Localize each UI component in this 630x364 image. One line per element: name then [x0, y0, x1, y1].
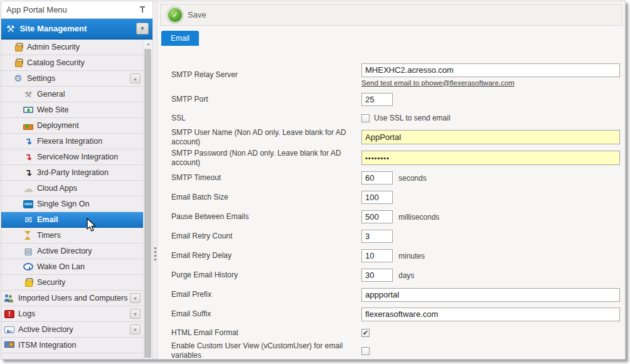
sidebar-item-imported-users-and-computers[interactable]: Imported Users and Computers▼ — [1, 291, 143, 306]
smtp-timeout-input[interactable] — [361, 171, 393, 185]
smtp-port-control — [361, 93, 622, 106]
smtp-port-input[interactable] — [361, 93, 393, 106]
sidebar-item-catalog-security[interactable]: Catalog Security — [1, 55, 143, 71]
expand-button[interactable]: ▼ — [130, 309, 141, 319]
html-email-format-checkbox[interactable] — [361, 329, 370, 337]
arrow-red-icon — [23, 152, 33, 162]
email-retry-delay-input[interactable] — [361, 249, 393, 262]
save-button[interactable]: ✓ Save — [168, 8, 206, 22]
sidebar-item-security[interactable]: Security — [1, 275, 143, 291]
sidebar-item-web-site[interactable]: Web Site — [1, 102, 143, 118]
sidebar-item-wake-on-lan[interactable]: Wake On Lan — [1, 259, 143, 275]
pin-icon[interactable] — [137, 5, 147, 15]
email-suffix-input[interactable] — [361, 308, 620, 321]
sidebar-item-label: Logs — [18, 309, 35, 318]
sidebar-splitter[interactable] — [153, 1, 158, 359]
smtp-timeout-label: SMTP Timeout — [171, 173, 361, 183]
smtp-timeout-unit-label: seconds — [398, 174, 427, 183]
hourglass-icon — [23, 230, 33, 240]
email-retry-count-input[interactable] — [361, 230, 393, 243]
sidebar-item-3rd-party-integration[interactable]: 3rd-Party Integration — [1, 165, 143, 181]
tab-email[interactable]: Email — [161, 31, 199, 46]
scroll-up-arrow-icon[interactable]: ▲ — [144, 41, 152, 46]
enable-custom-user-view-control — [361, 347, 622, 355]
email-prefix-label: Email Prefix — [171, 290, 361, 299]
purge-email-history-input[interactable] — [361, 269, 393, 282]
sidebar-item-active-directory[interactable]: Active Directory — [1, 244, 143, 259]
form-rows: SMTP Relay ServerSend test email to phow… — [171, 60, 622, 359]
sidebar-item-label: Active Directory — [37, 247, 92, 255]
sidebar-item-timers[interactable]: Timers — [1, 228, 143, 244]
ssl-checkbox-label: Use SSL to send email — [374, 114, 451, 122]
sidebar-item-general[interactable]: General — [1, 87, 143, 102]
send-test-email-link[interactable]: Send test email to phowe@flexerasoftware… — [361, 79, 515, 87]
email-batch-size-control — [361, 191, 622, 204]
sidebar-item-label: Timers — [37, 231, 61, 240]
form-row-email-batch-size: Email Batch Size — [171, 188, 622, 207]
sidebar-item-active-directory[interactable]: Active Directory▼ — [1, 322, 143, 338]
sidebar-item-admin-security[interactable]: Admin Security — [1, 40, 143, 55]
sidebar-scrollbar-thumb[interactable] — [144, 49, 151, 358]
smtp-relay-server-label: SMTP Relay Server — [171, 70, 361, 80]
sidebar-item-label: Active Directory — [18, 325, 73, 334]
smtp-user-name-input[interactable] — [361, 130, 620, 144]
email-prefix-input[interactable] — [361, 288, 620, 302]
sidebar-item-settings[interactable]: Settings▲ — [1, 71, 143, 87]
expand-button[interactable]: ▼ — [130, 293, 141, 303]
pause-between-emails-label: Pause Between Emails — [171, 212, 361, 222]
email-retry-count-control — [361, 230, 622, 243]
sidebar-item-partial[interactable] — [1, 353, 143, 359]
enable-custom-user-view-checkbox[interactable] — [361, 347, 370, 355]
sidebar-item-label: Flexera Integration — [37, 137, 102, 146]
sidebar-item-label: Security — [37, 278, 65, 287]
sidebar-item-servicenow-integration[interactable]: ServiceNow Integration — [1, 149, 143, 165]
pause-between-emails-unit-label: milliseconds — [398, 213, 439, 222]
package-icon — [23, 124, 33, 130]
sidebar-item-label: Settings — [27, 74, 55, 83]
expand-button[interactable]: ▼ — [130, 324, 141, 335]
sidebar-item-label: General — [37, 90, 65, 99]
sidebar-scrollbar[interactable]: ▲ — [143, 40, 152, 359]
sidebar-item-label: ServiceNow Integration — [37, 153, 118, 161]
email-settings-form: SMTP Relay ServerSend test email to phow… — [160, 46, 622, 359]
sidebar-item-logs[interactable]: Logs▼ — [1, 306, 143, 322]
form-row-smtp-port: SMTP Port — [171, 90, 622, 109]
sidebar-item-itsm-integration[interactable]: ITSM Integration — [1, 338, 143, 353]
sidebar-item-label: Deployment — [37, 121, 79, 130]
smtp-relay-server-input[interactable] — [361, 63, 620, 77]
directory-icon — [23, 246, 33, 256]
form-row-smtp-user-name: SMTP User Name (Non AD only. Leave blank… — [171, 127, 622, 147]
sidebar-item-deployment[interactable]: Deployment — [1, 118, 143, 134]
sidebar-group-site-management[interactable]: ⚒ Site Management ▼ — [1, 19, 152, 40]
collapse-button[interactable]: ▲ — [130, 73, 141, 83]
sidebar-item-label: Email — [37, 215, 58, 224]
enable-custom-user-view-label: Enable Custom User View (vCustomUser) fo… — [171, 341, 361, 359]
form-row-html-email-format: HTML Email Format — [171, 324, 622, 341]
ssl-checkbox[interactable] — [361, 114, 370, 122]
card-icon — [4, 326, 14, 333]
html-email-format-control — [361, 329, 622, 337]
sidebar-item-single-sign-on[interactable]: Single Sign On — [1, 196, 143, 212]
save-check-icon: ✓ — [168, 8, 182, 22]
ssl-label: SSL — [171, 114, 361, 123]
sidebar-item-cloud-apps[interactable]: Cloud Apps — [1, 181, 143, 196]
form-row-email-retry-count: Email Retry Count — [171, 227, 622, 246]
ssl-control: Use SSL to send email — [361, 114, 622, 122]
smtp-user-name-control — [361, 130, 622, 144]
group-collapse-button[interactable]: ▼ — [136, 23, 149, 35]
tools-icon — [23, 89, 33, 99]
sidebar-item-flexera-integration[interactable]: Flexera Integration — [1, 134, 143, 149]
sidebar-item-email[interactable]: Email — [1, 212, 143, 228]
gear-icon — [13, 73, 23, 83]
log-icon — [4, 310, 14, 318]
sidebar-item-label: Web Site — [37, 105, 69, 114]
pause-between-emails-input[interactable] — [361, 210, 393, 223]
smtp-port-label: SMTP Port — [171, 95, 361, 104]
smtp-password-input[interactable] — [361, 151, 620, 165]
cloud-icon — [23, 183, 33, 193]
lock-yellow-icon — [23, 277, 33, 287]
smtp-relay-server-control: Send test email to phowe@flexerasoftware… — [361, 63, 622, 87]
smtp-user-name-label: SMTP User Name (Non AD only. Leave blank… — [171, 128, 361, 147]
email-batch-size-input[interactable] — [361, 191, 393, 204]
form-row-smtp-password: SMTP Password (Non AD only. Leave blank … — [171, 147, 622, 168]
